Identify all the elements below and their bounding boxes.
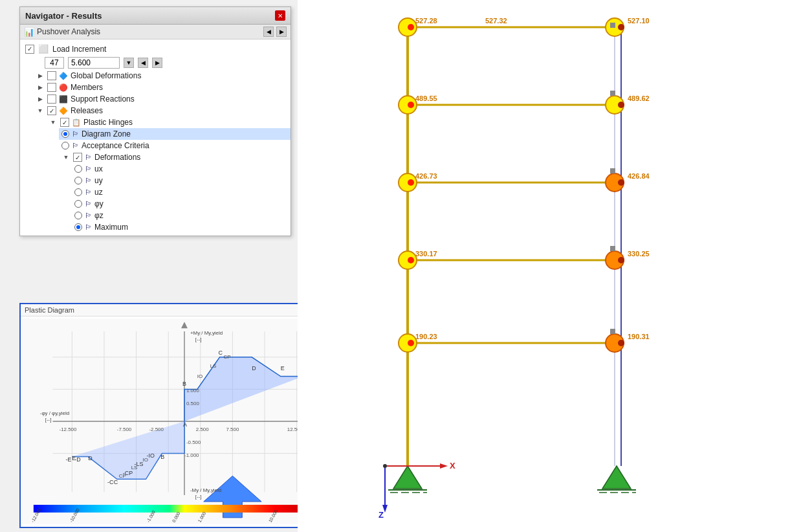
svg-text:2.500: 2.500 [196,427,209,432]
load-increment-icon: ⬜ [38,44,49,54]
tree-item-phi-y[interactable]: 🏳 φy [72,198,291,210]
load-inc-select[interactable]: ▼ [124,58,134,68]
radio-phi-y[interactable] [74,200,82,208]
load-increment-label: Load Increment [52,45,106,54]
tree-item-phi-z[interactable]: 🏳 φz [72,210,291,221]
expander-support-reactions: ▶ [36,94,45,104]
tree-item-ux[interactable]: 🏳 ux [72,163,291,175]
phi-y-label: φy [94,199,104,208]
checkbox-releases[interactable] [47,106,56,115]
svg-text:426.84: 426.84 [628,172,650,180]
global-def-icon: 🔷 [59,72,68,80]
tree-item-members[interactable]: ▶ 🔴 Members [33,82,291,93]
tree-item-global-deformations[interactable]: ▶ 🔷 Global Deformations [33,70,291,82]
tree-item-maximum[interactable]: 🏳 Maximum [72,221,291,233]
radio-diagram-zone[interactable] [61,130,69,138]
load-increment-number[interactable]: 47 [45,57,64,69]
svg-text:[--]: [--] [195,337,202,342]
svg-rect-67 [298,0,790,532]
svg-point-91 [618,179,624,186]
radio-uy[interactable] [74,177,82,184]
close-button[interactable]: ✕ [275,10,285,21]
diagram-zone-label: Diagram Zone [82,129,131,139]
svg-text:-1.000: -1.000 [184,452,199,458]
svg-point-86 [408,24,414,30]
svg-point-92 [408,257,414,263]
svg-text:-12.500: -12.500 [60,427,77,432]
uy-icon: 🏳 [85,177,92,184]
toolbar-label: Pushover Analysis [37,27,261,36]
radio-uz[interactable] [74,188,82,196]
svg-text:E: E [281,365,285,371]
svg-point-89 [618,102,624,108]
svg-text:[--]: [--] [195,494,202,500]
svg-text:527.10: 527.10 [628,17,650,25]
svg-text:0.500: 0.500 [186,401,199,406]
svg-text:330.25: 330.25 [628,250,650,258]
svg-text:B: B [160,454,164,460]
tree-item-acceptance-criteria[interactable]: 🏳 Acceptance Criteria [59,140,291,151]
svg-text:7.500: 7.500 [226,427,239,432]
svg-text:527.28: 527.28 [415,17,437,25]
expander-releases: ▼ [36,106,45,115]
navigator-title: Navigator - Results [25,11,102,21]
tree-item-uy[interactable]: 🏳 uy [72,175,291,186]
svg-text:D: D [88,455,92,461]
members-label: Members [71,83,103,92]
nav-prev-button[interactable]: ◀ [263,27,274,37]
releases-label: Releases [71,106,103,115]
svg-point-93 [618,257,624,263]
support-reactions-label: Support Reactions [71,94,135,104]
svg-text:-7.500: -7.500 [117,427,132,432]
load-increment-value[interactable]: 5.600 [68,57,120,69]
checkbox-members[interactable] [47,83,56,92]
load-increment-checkbox[interactable] [25,45,34,54]
expander-plastic-hinges: ▼ [49,118,58,127]
svg-rect-98 [610,246,615,251]
radio-ux[interactable] [74,165,82,173]
svg-point-87 [618,24,624,30]
ux-icon: 🏳 [85,165,92,173]
uy-label: uy [94,176,103,185]
plastic-hinges-icon: 📋 [72,118,81,127]
svg-text:-φy / φy,yield: -φy / φy,yield [40,410,69,416]
acceptance-criteria-icon: 🏳 [72,142,79,150]
nav-next-button[interactable]: ▶ [276,27,287,37]
tree-item-releases[interactable]: ▼ 🔶 Releases [33,105,291,116]
pushover-icon: 📊 [24,27,34,37]
tree-item-deformations[interactable]: ▼ 🏳 Deformations [59,151,291,163]
main-view: 527.28 527.32 527.10 489.55 489.62 426.7… [298,0,790,532]
load-inc-next[interactable]: ▶ [152,58,162,68]
members-icon: 🔴 [59,83,68,92]
tree-item-plastic-hinges[interactable]: ▼ 📋 Plastic Hinges [46,116,291,128]
checkbox-deformations[interactable] [73,153,82,162]
checkbox-plastic-hinges[interactable] [60,118,69,127]
radio-acceptance-criteria[interactable] [61,142,69,150]
diagram-zone-icon: 🏳 [72,130,79,138]
svg-point-94 [408,340,414,346]
expander-global-deformations: ▶ [36,71,45,80]
tree-item-uz[interactable]: 🏳 uz [72,186,291,198]
svg-text:426.73: 426.73 [415,172,437,180]
checkbox-support-reactions[interactable] [47,94,56,104]
maximum-icon: 🏳 [85,223,92,231]
tree-item-diagram-zone[interactable]: 🏳 Diagram Zone [59,128,291,140]
maximum-label: Maximum [94,223,128,232]
svg-text:B: B [182,381,186,387]
svg-text:-LS: -LS [135,461,144,467]
support-reactions-icon: ⬛ [59,95,68,104]
radio-maximum[interactable] [74,223,82,231]
load-inc-prev[interactable]: ◀ [138,58,148,68]
checkbox-global-deformations[interactable] [47,71,56,80]
svg-text:489.62: 489.62 [628,94,650,102]
tree-item-support-reactions[interactable]: ▶ ⬛ Support Reactions [33,93,291,105]
svg-text:190.23: 190.23 [415,333,437,340]
svg-text:330.17: 330.17 [415,250,437,258]
plastic-hinges-label: Plastic Hinges [83,118,133,127]
svg-text:-D: -D [74,456,80,463]
svg-rect-96 [610,91,615,96]
radio-phi-z[interactable] [74,212,82,219]
svg-text:+My / My,yield: +My / My,yield [190,330,223,336]
navigator-panel: Navigator - Results ✕ 📊 Pushover Analysi… [19,6,291,236]
svg-point-88 [408,102,414,108]
